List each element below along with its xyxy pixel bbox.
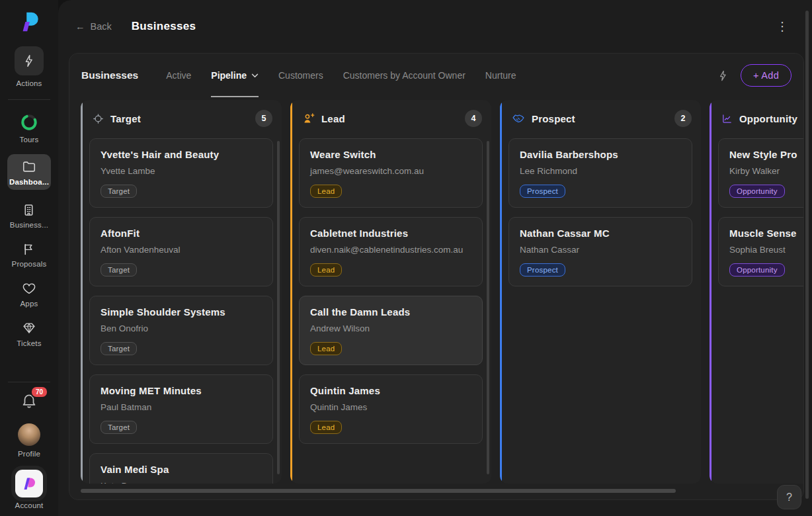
tab-customers[interactable]: Customers bbox=[278, 54, 323, 97]
card-title: Davilia Barbershops bbox=[520, 149, 681, 160]
ticket-icon bbox=[22, 321, 36, 335]
target-icon bbox=[93, 113, 104, 124]
column-title: Opportunity bbox=[739, 113, 797, 124]
stage-tag: Target bbox=[101, 421, 137, 434]
sidebar-item-label: Apps bbox=[20, 300, 38, 308]
card-subtitle: Yvette Lambe bbox=[101, 166, 262, 176]
sidebar-item-label: Profile bbox=[18, 450, 40, 458]
notifications-button[interactable]: 70 bbox=[20, 392, 38, 409]
business-card[interactable]: AftonFitAfton VandenheuvalTarget bbox=[89, 217, 273, 286]
card-title: Simple Shoulder Systems bbox=[101, 306, 262, 318]
card-title: Yvette's Hair and Beauty bbox=[101, 149, 262, 160]
card-subtitle: Sophia Breust bbox=[729, 245, 803, 255]
business-card[interactable]: New Style ProKirby WalkerOpportunity bbox=[718, 138, 803, 208]
board-hscroll-zone bbox=[69, 484, 803, 499]
card-title: Call the Damn Leads bbox=[310, 306, 471, 318]
add-button[interactable]: + Add bbox=[741, 64, 792, 87]
stage-tag: Target bbox=[101, 342, 137, 355]
sidebar-divider bbox=[8, 382, 50, 382]
tab-active[interactable]: Active bbox=[166, 54, 191, 97]
business-card[interactable]: Davilia BarbershopsLee RichmondProspect bbox=[508, 138, 692, 208]
tab-pipeline[interactable]: Pipeline bbox=[211, 54, 259, 97]
stage-tag: Opportunity bbox=[729, 185, 785, 198]
stage-tag: Target bbox=[101, 263, 137, 277]
card-title: Quintin James bbox=[310, 385, 471, 396]
business-card[interactable]: Vain Medi SpaKate Devereaux bbox=[89, 453, 273, 484]
column-title: Prospect bbox=[532, 113, 575, 124]
card-subtitle: Andrew Wilson bbox=[310, 323, 471, 333]
pipeline-board: Target5Yvette's Hair and BeautyYvette La… bbox=[69, 97, 803, 484]
section-title: Businesses bbox=[81, 69, 138, 81]
business-card[interactable]: Simple Shoulder SystemsBen OnofrioTarget bbox=[89, 296, 273, 365]
window-scrollbar[interactable] bbox=[805, 11, 809, 499]
help-button[interactable]: ? bbox=[777, 485, 801, 509]
column-accent bbox=[81, 100, 83, 484]
column-title: Target bbox=[110, 113, 141, 124]
folder-icon bbox=[22, 159, 36, 174]
column-title: Lead bbox=[321, 113, 345, 124]
tab-label: Nurture bbox=[485, 70, 516, 81]
card-subtitle: Ben Onofrio bbox=[101, 323, 262, 333]
main-region: ← Back Businesses ⋮ Businesses ActivePip… bbox=[58, 0, 812, 516]
flash-icon[interactable] bbox=[717, 70, 729, 81]
business-card[interactable]: Yvette's Hair and BeautyYvette LambeTarg… bbox=[89, 138, 273, 208]
business-card[interactable]: Nathan Cassar MCNathan CassarProspect bbox=[508, 217, 692, 286]
column-count-badge: 2 bbox=[674, 110, 692, 127]
card-subtitle: Afton Vandenheuval bbox=[101, 245, 262, 255]
account-logo-icon bbox=[15, 470, 43, 497]
card-subtitle: james@weareswitch.com.au bbox=[310, 166, 471, 176]
sidebar-item-proposals[interactable]: Proposals bbox=[12, 242, 47, 268]
app-logo-icon[interactable] bbox=[18, 11, 40, 33]
business-card[interactable]: Weare Switchjames@weareswitch.com.auLead bbox=[299, 138, 483, 208]
business-card[interactable]: Moving MET MinutesPaul BatmanTarget bbox=[89, 374, 273, 444]
horizontal-scrollbar[interactable] bbox=[81, 489, 676, 493]
card-title: AftonFit bbox=[101, 228, 262, 239]
stage-tag: Prospect bbox=[520, 263, 565, 277]
sidebar-item-tickets[interactable]: Tickets bbox=[17, 321, 41, 347]
sidebar-item-tours[interactable]: Tours bbox=[19, 113, 38, 144]
column-accent bbox=[290, 100, 292, 484]
page-header: ← Back Businesses ⋮ bbox=[58, 0, 812, 53]
tab-customers-by-account-owner[interactable]: Customers by Account Owner bbox=[343, 54, 466, 97]
sidebar-item-profile[interactable]: Profile bbox=[18, 423, 40, 458]
card-title: Muscle Sense bbox=[729, 228, 803, 239]
column-body: Yvette's Hair and BeautyYvette LambeTarg… bbox=[81, 137, 282, 484]
sidebar-item-apps[interactable]: Apps bbox=[20, 281, 38, 308]
column-scrollbar[interactable] bbox=[277, 141, 280, 474]
business-card[interactable]: Muscle SenseSophia BreustOpportunity bbox=[718, 217, 803, 286]
column-scrollbar[interactable] bbox=[487, 141, 489, 474]
notification-count-badge: 70 bbox=[30, 386, 48, 398]
column-accent bbox=[710, 100, 711, 484]
tab-label: Active bbox=[166, 70, 191, 81]
column-lead: Lead4Weare Switchjames@weareswitch.com.a… bbox=[290, 100, 491, 484]
back-button[interactable]: ← Back bbox=[75, 21, 112, 32]
sidebar-item-label: Proposals bbox=[12, 260, 47, 268]
heart-icon bbox=[22, 281, 36, 296]
sidebar-item-actions[interactable]: Actions bbox=[15, 46, 44, 87]
stage-tag: Lead bbox=[310, 342, 342, 355]
more-options-button[interactable]: ⋮ bbox=[770, 18, 795, 35]
sidebar-item-label: Tickets bbox=[17, 339, 41, 347]
tab-nurture[interactable]: Nurture bbox=[485, 54, 516, 97]
sidebar-item-business[interactable]: Business... bbox=[10, 203, 48, 229]
flag-icon bbox=[22, 242, 36, 256]
sidebar-item-dashboa[interactable]: Dashboa... bbox=[7, 154, 51, 190]
column-header: Prospect2 bbox=[500, 100, 701, 137]
toolbar: Businesses ActivePipelineCustomersCustom… bbox=[69, 54, 803, 97]
back-arrow-icon: ← bbox=[75, 21, 85, 32]
card-title: New Style Pro bbox=[729, 149, 803, 160]
column-count-badge: 5 bbox=[255, 110, 272, 127]
tours-ring-icon bbox=[20, 113, 38, 132]
stage-tag: Lead bbox=[310, 263, 342, 277]
sidebar-divider bbox=[8, 99, 50, 100]
business-card[interactable]: Cabletnet Industriesdiven.naik@cableneti… bbox=[299, 217, 483, 286]
lightning-icon bbox=[22, 54, 36, 67]
business-card[interactable]: Quintin JamesQuintin JamesLead bbox=[299, 374, 483, 444]
column-body: Weare Switchjames@weareswitch.com.auLead… bbox=[290, 137, 491, 484]
chevron-down-icon bbox=[251, 73, 259, 78]
sidebar-nav: ActionsToursDashboa...Business...Proposa… bbox=[0, 33, 58, 347]
card-subtitle: Kirby Walker bbox=[729, 166, 803, 176]
sidebar-item-account[interactable]: Account bbox=[15, 470, 44, 509]
business-card[interactable]: Call the Damn LeadsAndrew WilsonLead bbox=[299, 296, 483, 365]
stage-tag: Lead bbox=[310, 421, 342, 434]
